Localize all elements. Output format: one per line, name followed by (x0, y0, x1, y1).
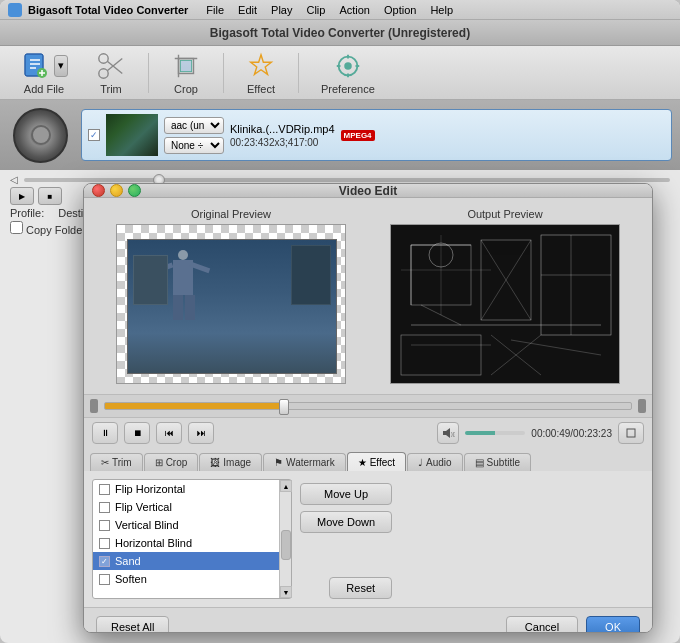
svg-rect-39 (401, 335, 481, 375)
tab-watermark[interactable]: ⚑ Watermark (263, 453, 346, 471)
menu-edit[interactable]: Edit (232, 0, 263, 20)
ok-button[interactable]: OK (586, 616, 640, 633)
trim-icon (96, 51, 126, 81)
soften-checkbox[interactable] (99, 574, 110, 585)
subtitle-tab-icon: ▤ (475, 457, 484, 468)
effect-button[interactable]: Effect (236, 47, 286, 99)
add-file-button[interactable]: ▾ Add File (10, 47, 78, 99)
sand-checkbox[interactable] (99, 556, 110, 567)
maximize-button[interactable] (128, 184, 141, 197)
effect-sand[interactable]: Sand (93, 552, 279, 570)
output-preview-canvas (390, 224, 620, 384)
scroll-thumb[interactable] (281, 530, 291, 560)
prev-frame-button[interactable]: ⏮ (156, 422, 182, 444)
app-icon (8, 3, 22, 17)
scroll-up-button[interactable]: ▲ (280, 480, 292, 492)
sand-label: Sand (115, 555, 141, 567)
file-checkbox[interactable]: ✓ (88, 129, 100, 141)
timeline-thumb[interactable] (279, 399, 289, 415)
effect-list: Flip Horizontal Flip Vertical Vertical B… (93, 480, 279, 598)
file-entry[interactable]: ✓ aac (un ÷ None ÷ Klinika.(...VDRip.mp4… (81, 109, 672, 161)
svg-point-9 (99, 53, 108, 62)
none-select[interactable]: None ÷ (164, 137, 224, 154)
stop-button[interactable]: ■ (38, 187, 62, 205)
volume-ctrl-slider[interactable] (465, 431, 525, 435)
reel-inner (31, 125, 51, 145)
effect-vertical-blind[interactable]: Vertical Blind (93, 516, 279, 534)
menu-help[interactable]: Help (424, 0, 459, 20)
tab-audio[interactable]: ♩ Audio (407, 453, 463, 471)
pause-button[interactable]: ⏸ (92, 422, 118, 444)
timeline-handle-right[interactable] (638, 399, 646, 413)
volume-label: ◁ (10, 174, 18, 185)
flip-vertical-checkbox[interactable] (99, 502, 110, 513)
toolbar: ▾ Add File Trim (0, 46, 680, 100)
menu-action[interactable]: Action (333, 0, 376, 20)
flip-horizontal-label: Flip Horizontal (115, 483, 185, 495)
preference-icon (333, 51, 363, 81)
menu-bar: Bigasoft Total Video Converter File Edit… (0, 0, 680, 20)
next-frame-button[interactable]: ⏭ (188, 422, 214, 444)
audio-tab-icon: ♩ (418, 457, 423, 468)
svg-marker-16 (251, 54, 272, 74)
cancel-button[interactable]: Cancel (506, 616, 578, 633)
tab-effect[interactable]: ★ Effect (347, 452, 406, 471)
audio-format-select[interactable]: aac (un ÷ (164, 117, 224, 134)
speaker-button[interactable]: )))) (437, 422, 459, 444)
image-tab-label: Image (223, 457, 251, 468)
image-tab-icon: 🖼 (210, 457, 220, 468)
file-list-area: ✓ aac (un ÷ None ÷ Klinika.(...VDRip.mp4… (0, 100, 680, 170)
move-up-button[interactable]: Move Up (300, 483, 392, 505)
menu-option[interactable]: Option (378, 0, 422, 20)
effect-flip-vertical[interactable]: Flip Vertical (93, 498, 279, 516)
preference-button[interactable]: Preference (311, 47, 385, 99)
preference-label: Preference (321, 83, 375, 95)
effect-label: Effect (247, 83, 275, 95)
tab-trim[interactable]: ✂ Trim (90, 453, 143, 471)
close-button[interactable] (92, 184, 105, 197)
volume-track[interactable] (24, 178, 670, 182)
crop-tab-label: Crop (166, 457, 188, 468)
minimize-button[interactable] (110, 184, 123, 197)
traffic-lights (92, 184, 141, 197)
watermark-tab-icon: ⚑ (274, 457, 283, 468)
window-title: Bigasoft Total Video Converter (Unregist… (210, 26, 470, 40)
copy-folder-checkbox[interactable] (10, 221, 23, 234)
effect-tab-label: Effect (370, 457, 395, 468)
horizontal-blind-checkbox[interactable] (99, 538, 110, 549)
timeline-handle-left[interactable] (90, 399, 98, 413)
menu-file[interactable]: File (200, 0, 230, 20)
effect-flip-horizontal[interactable]: Flip Horizontal (93, 480, 279, 498)
reset-button[interactable]: Reset (329, 577, 392, 599)
stop-ctrl-button[interactable]: ⏹ (124, 422, 150, 444)
trim-button[interactable]: Trim (86, 47, 136, 99)
svg-point-8 (99, 68, 108, 77)
output-preview-label: Output Preview (467, 208, 542, 220)
svg-marker-42 (443, 428, 450, 438)
original-preview-label: Original Preview (191, 208, 271, 220)
tab-crop[interactable]: ⊞ Crop (144, 453, 199, 471)
add-file-dropdown[interactable]: ▾ (54, 55, 68, 77)
flip-vertical-label: Flip Vertical (115, 501, 172, 513)
scroll-down-button[interactable]: ▼ (280, 586, 292, 598)
output-preview-panel: Output Preview (368, 208, 642, 384)
subtitle-tab-label: Subtitle (487, 457, 520, 468)
effect-horizontal-blind[interactable]: Horizontal Blind (93, 534, 279, 552)
fullscreen-button[interactable] (618, 422, 644, 444)
svg-point-18 (344, 62, 352, 70)
play-button[interactable]: ▶ (10, 187, 34, 205)
profile-label: Profile: (10, 207, 44, 219)
menu-play[interactable]: Play (265, 0, 298, 20)
menu-clip[interactable]: Clip (300, 0, 331, 20)
timeline-track[interactable] (104, 402, 632, 410)
crop-button[interactable]: Crop (161, 47, 211, 99)
flip-horizontal-checkbox[interactable] (99, 484, 110, 495)
effect-soften[interactable]: Soften (93, 570, 279, 588)
dialog-controls: ⏸ ⏹ ⏮ ⏭ )))) 00:00:49/00:23:23 (84, 418, 652, 448)
tab-subtitle[interactable]: ▤ Subtitle (464, 453, 531, 471)
tab-image[interactable]: 🖼 Image (199, 453, 262, 471)
reset-all-button[interactable]: Reset All (96, 616, 169, 633)
effect-icon (246, 51, 276, 81)
move-down-button[interactable]: Move Down (300, 511, 392, 533)
vertical-blind-checkbox[interactable] (99, 520, 110, 531)
